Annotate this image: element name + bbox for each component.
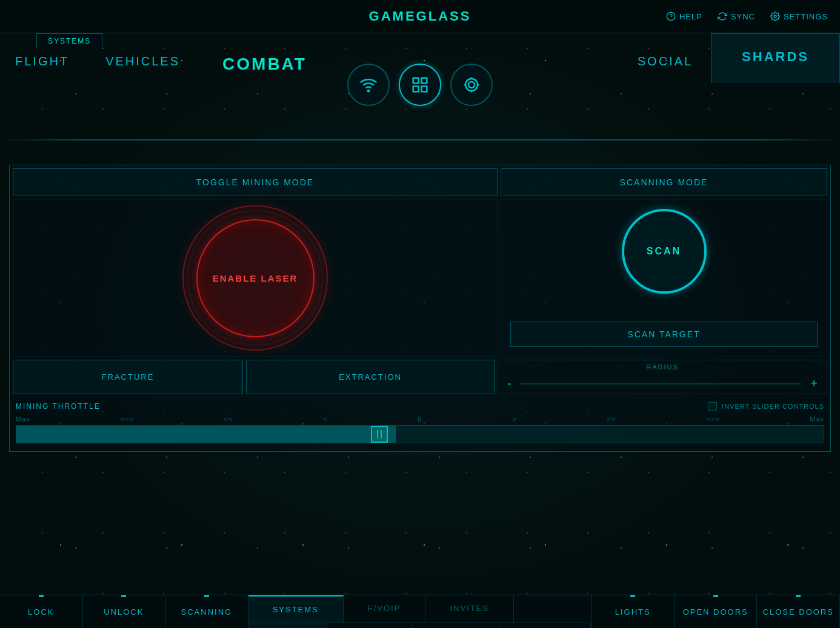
sync-label: SYNC — [731, 12, 755, 21]
extraction-button[interactable]: EXTRACTION — [246, 360, 495, 394]
radius-plus-button[interactable]: + — [801, 374, 827, 394]
close-doors-button[interactable]: CLOSE DOORS — [757, 595, 840, 628]
help-button[interactable]: HELP — [666, 12, 702, 21]
unlock-button[interactable]: UNLOCK — [83, 595, 166, 628]
scanning-button[interactable]: SCANNING — [165, 595, 248, 628]
wifi-icon-circle[interactable] — [347, 64, 390, 106]
radius-label: RADIUS — [498, 360, 827, 374]
header: GAMEGLASS HELP SYNC SETTINGS — [0, 0, 840, 33]
throttle-header: MINING THROTTLE INVERT SLIDER CONTROLS — [16, 402, 824, 411]
mark-<<: << — [224, 415, 233, 423]
lights-button[interactable]: LIGHTS — [592, 595, 675, 628]
lock-button[interactable]: LOCK — [0, 595, 83, 628]
slider-fill — [16, 426, 396, 443]
sync-button[interactable]: SYNC — [718, 12, 755, 21]
sub-tab-engines[interactable]: ENGINES — [412, 623, 499, 628]
tab-invites[interactable]: INVITES — [425, 595, 514, 623]
nav-item-social[interactable]: SOCIAL — [619, 36, 711, 81]
mark-<: < — [323, 415, 327, 423]
logo-glass: GLASS — [416, 8, 472, 24]
panel-container: TOGGLE MINING MODE SCANNING MODE ENABLE … — [9, 165, 831, 452]
slider-track[interactable] — [16, 425, 824, 443]
enable-laser-button[interactable]: ENABLE LASER — [196, 219, 315, 337]
fracture-row: FRACTURE EXTRACTION RADIUS - + — [13, 360, 827, 394]
svg-point-3 — [368, 90, 370, 92]
nav-item-vehicles[interactable]: VEHICLES — [87, 36, 198, 81]
wifi-icon — [359, 76, 378, 94]
svg-rect-7 — [413, 87, 419, 92]
center-icons — [347, 64, 493, 106]
slider-handle[interactable] — [371, 426, 388, 443]
mark-max-right: Max — [810, 415, 824, 423]
open-doors-button[interactable]: OPEN DOORS — [675, 595, 758, 628]
mark-max-left: Max — [16, 415, 30, 423]
invert-slider-label: INVERT SLIDER CONTROLS — [722, 403, 824, 410]
sync-icon — [718, 12, 727, 21]
settings-label: SETTINGS — [784, 12, 828, 21]
systems-label: SYSTEMS — [36, 33, 102, 48]
laser-panel: ENABLE LASER — [13, 199, 498, 357]
help-icon — [666, 12, 676, 21]
throttle-label: MINING THROTTLE — [16, 402, 101, 411]
settings-button[interactable]: SETTINGS — [770, 12, 828, 21]
sub-tab-row: POWER SHIELDS ENGINES WEAPONS — [248, 623, 592, 628]
scan-panel: SCAN SCAN TARGET — [501, 199, 827, 357]
svg-point-2 — [774, 15, 776, 18]
mark-<<<: <<< — [121, 415, 134, 423]
main-content: TOGGLE MINING MODE SCANNING MODE ENABLE … — [0, 162, 840, 455]
location-icon-circle[interactable] — [450, 64, 493, 106]
scan-target-button[interactable]: SCAN TARGET — [510, 322, 818, 347]
laser-btn-outer: ENABLE LASER — [182, 205, 328, 351]
top-panels: TOGGLE MINING MODE SCANNING MODE — [13, 168, 827, 196]
laser-btn-container: ENABLE LASER — [179, 202, 331, 354]
radius-controls: - + — [498, 374, 827, 394]
invert-checkbox[interactable] — [708, 402, 717, 411]
radius-panel: RADIUS - + — [498, 360, 827, 394]
nav-divider — [0, 139, 840, 140]
sub-tab-power[interactable]: POWER — [248, 623, 327, 628]
tab-fvoip[interactable]: F/VOIP — [344, 595, 426, 623]
scan-label: SCAN — [647, 246, 681, 257]
sub-tab-weapons[interactable]: WEAPONS — [499, 623, 591, 628]
app-logo: GAMEGLASS — [369, 8, 472, 24]
svg-point-9 — [465, 79, 478, 91]
radius-minus-button[interactable]: - — [498, 374, 521, 394]
grid-icon — [411, 76, 429, 94]
svg-rect-5 — [422, 78, 427, 84]
middle-panels: ENABLE LASER SCAN SCAN TARGET — [13, 199, 827, 357]
throttle-section: MINING THROTTLE INVERT SLIDER CONTROLS M… — [13, 397, 827, 448]
fracture-button[interactable]: FRACTURE — [13, 360, 243, 394]
bottom-section: LOCK UNLOCK SCANNING SYSTEMS F/VOIP INVI… — [0, 595, 840, 628]
header-actions: HELP SYNC SETTINGS — [666, 12, 828, 21]
spacer — [0, 140, 840, 159]
settings-icon — [770, 12, 780, 21]
svg-rect-6 — [422, 87, 427, 92]
sub-tab-shields[interactable]: SHIELDS — [327, 623, 413, 628]
logo-game: GAME — [369, 8, 416, 24]
center-tab-area: SYSTEMS F/VOIP INVITES POWER SHIELDS EN — [248, 595, 592, 628]
scanning-mode-button[interactable]: SCANNING MODE — [501, 168, 827, 196]
mark->>>: >>> — [706, 415, 719, 423]
tab-row: SYSTEMS F/VOIP INVITES — [248, 595, 592, 623]
mark-0: 0 — [418, 415, 422, 423]
tab-systems[interactable]: SYSTEMS — [248, 595, 344, 623]
radius-track — [521, 383, 802, 385]
toggle-mining-button[interactable]: TOGGLE MINING MODE — [13, 168, 498, 196]
grid-icon-circle[interactable] — [399, 64, 441, 106]
slider-marks: Max <<< << < 0 > >> >>> Max — [16, 415, 824, 423]
nav-item-shards[interactable]: SHARDS — [711, 33, 840, 83]
svg-rect-4 — [413, 78, 419, 84]
mark->: > — [512, 415, 516, 423]
mark->>: >> — [607, 415, 616, 423]
location-icon — [462, 76, 481, 94]
svg-point-8 — [468, 82, 475, 88]
nav-items: FLIGHT VEHICLES COMBAT — [0, 33, 840, 83]
invert-controls: INVERT SLIDER CONTROLS — [708, 402, 824, 411]
help-label: HELP — [679, 12, 702, 21]
nav-item-combat[interactable]: COMBAT — [198, 42, 331, 74]
bottom-actions: LOCK UNLOCK SCANNING SYSTEMS F/VOIP INVI… — [0, 595, 840, 628]
nav-area: SYSTEMS FLIGHT VEHICLES COMBAT — [0, 33, 840, 139]
scan-button-outer[interactable]: SCAN — [622, 209, 707, 294]
